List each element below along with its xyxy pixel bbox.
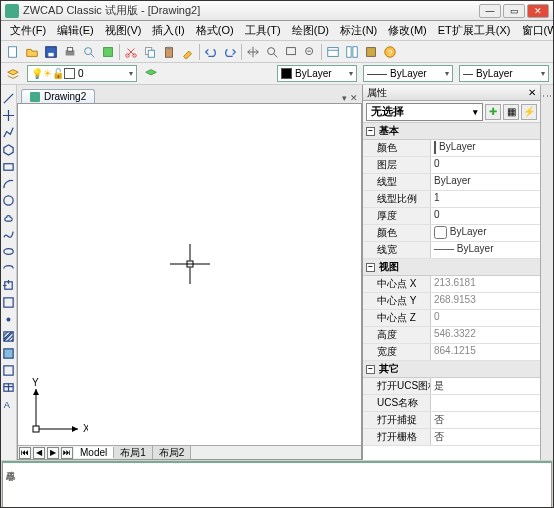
pickadd-icon[interactable]: ✚ xyxy=(485,104,501,120)
polygon-icon[interactable] xyxy=(2,142,16,156)
menu-dim[interactable]: 标注(N) xyxy=(335,21,382,40)
right-panel-tab[interactable]: ⋮ xyxy=(540,85,553,460)
print-icon[interactable] xyxy=(62,44,78,60)
prop-value[interactable] xyxy=(431,395,540,411)
prop-value[interactable]: —— ByLayer xyxy=(431,242,540,258)
lineweight-combo[interactable]: — ByLayer▾ xyxy=(459,65,549,82)
prop-row[interactable]: 打开UCS图标是 xyxy=(363,378,540,395)
layer-combo[interactable]: 💡 ☀ 🔓 0 ▾ xyxy=(27,65,137,82)
menu-window[interactable]: 窗口(W) xyxy=(517,21,554,40)
new-icon[interactable] xyxy=(5,44,21,60)
matchprop-icon[interactable] xyxy=(180,44,196,60)
prop-row[interactable]: 厚度0 xyxy=(363,208,540,225)
doc-tab-drawing2[interactable]: Drawing2 xyxy=(21,89,95,103)
revcloud-icon[interactable] xyxy=(2,210,16,224)
menu-file[interactable]: 文件(F) xyxy=(5,21,51,40)
prop-value[interactable]: 546.3322 xyxy=(431,327,540,343)
menu-draw[interactable]: 绘图(D) xyxy=(287,21,334,40)
prop-row[interactable]: 高度546.3322 xyxy=(363,327,540,344)
prop-row[interactable]: 图层0 xyxy=(363,157,540,174)
tab-close-icon[interactable]: ✕ xyxy=(350,93,358,103)
prop-value[interactable]: 864.1215 xyxy=(431,344,540,360)
tab-first-icon[interactable]: ⏮ xyxy=(19,447,31,459)
ellipse-arc-icon[interactable] xyxy=(2,261,16,275)
insert-icon[interactable] xyxy=(2,278,16,292)
menu-edit[interactable]: 编辑(E) xyxy=(52,21,99,40)
tab-next-icon[interactable]: ▶ xyxy=(47,447,59,459)
layer-prev-icon[interactable] xyxy=(143,66,159,82)
menu-format[interactable]: 格式(O) xyxy=(191,21,239,40)
prop-value[interactable]: 1 xyxy=(431,191,540,207)
undo-icon[interactable] xyxy=(203,44,219,60)
prop-row[interactable]: UCS名称 xyxy=(363,395,540,412)
selection-combo[interactable]: 无选择 ▾ xyxy=(366,103,483,121)
preview-icon[interactable] xyxy=(81,44,97,60)
pan-icon[interactable] xyxy=(245,44,261,60)
prop-value[interactable]: ByLayer xyxy=(431,225,540,241)
prop-row[interactable]: 颜色ByLayer xyxy=(363,140,540,157)
prop-group[interactable]: −视图 xyxy=(363,259,540,276)
rectangle-icon[interactable] xyxy=(2,159,16,173)
prop-value[interactable]: 268.9153 xyxy=(431,293,540,309)
prop-value[interactable]: 0 xyxy=(431,157,540,173)
zoom-prev-icon[interactable] xyxy=(302,44,318,60)
copy-icon[interactable] xyxy=(142,44,158,60)
prop-row[interactable]: 线型比例1 xyxy=(363,191,540,208)
redo-icon[interactable] xyxy=(222,44,238,60)
color-combo[interactable]: ByLayer▾ xyxy=(277,65,357,82)
help-icon[interactable]: ? xyxy=(382,44,398,60)
block-icon[interactable] xyxy=(2,295,16,309)
layout-tab-1[interactable]: 布局1 xyxy=(114,446,153,460)
prop-row[interactable]: 线型ByLayer xyxy=(363,174,540,191)
prop-value[interactable]: 213.6181 xyxy=(431,276,540,292)
menu-ettools[interactable]: ET扩展工具(X) xyxy=(433,21,516,40)
spline-icon[interactable] xyxy=(2,227,16,241)
circle-icon[interactable] xyxy=(2,193,16,207)
prop-row[interactable]: 打开捕捉否 xyxy=(363,412,540,429)
command-log[interactable]: 形心成 xyxy=(2,461,552,508)
prop-row[interactable]: 颜色 ByLayer xyxy=(363,225,540,242)
arc-icon[interactable] xyxy=(2,176,16,190)
select-objects-icon[interactable]: ▦ xyxy=(503,104,519,120)
prop-value[interactable]: ByLayer xyxy=(431,140,540,156)
publish-icon[interactable] xyxy=(100,44,116,60)
menu-insert[interactable]: 插入(I) xyxy=(147,21,189,40)
save-icon[interactable] xyxy=(43,44,59,60)
table-icon[interactable] xyxy=(2,380,16,394)
tab-prev-icon[interactable]: ◀ xyxy=(33,447,45,459)
properties-icon[interactable] xyxy=(325,44,341,60)
drawing-canvas[interactable]: X Y ⏮ ◀ ▶ ⏭ Model 布局1 布局2 xyxy=(17,103,362,460)
region-icon[interactable] xyxy=(2,363,16,377)
zoom-rt-icon[interactable] xyxy=(264,44,280,60)
close-button[interactable]: ✕ xyxy=(527,4,549,18)
prop-value[interactable]: 否 xyxy=(431,412,540,428)
prop-row[interactable]: 中心点 Z0 xyxy=(363,310,540,327)
prop-value[interactable]: ByLayer xyxy=(431,174,540,190)
menu-view[interactable]: 视图(V) xyxy=(100,21,147,40)
prop-group[interactable]: −其它 xyxy=(363,361,540,378)
paste-icon[interactable] xyxy=(161,44,177,60)
tab-list-icon[interactable]: ▾ xyxy=(342,93,347,103)
maximize-button[interactable]: ▭ xyxy=(503,4,525,18)
prop-group[interactable]: −基本 xyxy=(363,123,540,140)
tool-pal-icon[interactable] xyxy=(363,44,379,60)
prop-value[interactable]: 否 xyxy=(431,429,540,445)
prop-value[interactable]: 0 xyxy=(431,310,540,326)
mtext-icon[interactable]: A xyxy=(2,397,16,411)
hatch-icon[interactable] xyxy=(2,329,16,343)
line-icon[interactable] xyxy=(2,91,16,105)
linetype-combo[interactable]: —— ByLayer▾ xyxy=(363,65,453,82)
menu-tools[interactable]: 工具(T) xyxy=(240,21,286,40)
prop-row[interactable]: 线宽—— ByLayer xyxy=(363,242,540,259)
tab-last-icon[interactable]: ⏭ xyxy=(61,447,73,459)
prop-row[interactable]: 打开栅格否 xyxy=(363,429,540,446)
menu-modify[interactable]: 修改(M) xyxy=(383,21,432,40)
gradient-icon[interactable] xyxy=(2,346,16,360)
layer-icon[interactable] xyxy=(5,66,21,82)
prop-row[interactable]: 中心点 Y268.9153 xyxy=(363,293,540,310)
prop-value[interactable]: 0 xyxy=(431,208,540,224)
point-icon[interactable] xyxy=(2,312,16,326)
ellipse-icon[interactable] xyxy=(2,244,16,258)
layout-tab-model[interactable]: Model xyxy=(74,447,114,458)
minimize-button[interactable]: — xyxy=(479,4,501,18)
